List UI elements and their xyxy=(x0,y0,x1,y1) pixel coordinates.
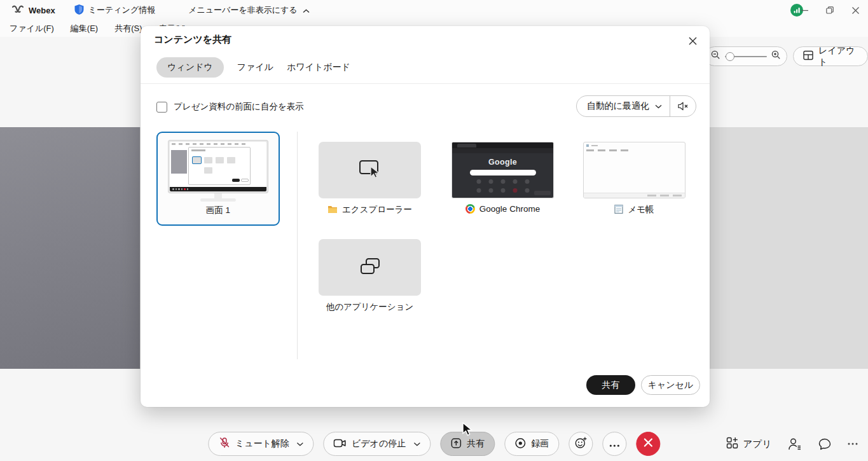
dialog-title: コンテンツを共有 xyxy=(154,34,231,46)
tab-file[interactable]: ファイル xyxy=(237,57,273,78)
optimize-control: 自動的に最適化 xyxy=(576,95,696,117)
chat-button[interactable] xyxy=(818,438,831,450)
chevron-up-icon xyxy=(303,6,310,15)
hide-menubar-toggle[interactable]: メニューバーを非表示にする xyxy=(188,4,309,16)
dialog-close-button[interactable] xyxy=(684,32,701,49)
menu-edit[interactable]: 編集(E) xyxy=(66,21,102,36)
apps-grid-icon xyxy=(726,437,738,451)
shield-icon xyxy=(74,4,84,17)
reactions-button[interactable] xyxy=(568,432,593,456)
chevron-down-icon[interactable] xyxy=(649,104,670,109)
app-title: Webex xyxy=(29,6,55,15)
layout-button[interactable]: レイアウト xyxy=(793,46,868,66)
tabs-divider xyxy=(141,83,710,84)
chrome-icon xyxy=(465,204,475,214)
apps-label: アプリ xyxy=(743,438,771,450)
dialog-share-button[interactable]: 共有 xyxy=(586,375,635,395)
meeting-info-button[interactable]: ミーティング情報 xyxy=(74,4,156,17)
more-options-button[interactable] xyxy=(602,432,626,456)
chrome-thumb-searchbar xyxy=(470,170,536,175)
notepad-label: メモ帳 xyxy=(628,204,654,216)
self-video-feed xyxy=(0,127,140,369)
webex-logo-icon xyxy=(11,4,24,17)
record-button[interactable]: 録画 xyxy=(504,432,559,456)
mic-muted-icon xyxy=(218,437,230,451)
zoom-slider-handle[interactable] xyxy=(726,52,734,61)
show-me-option[interactable]: プレゼン資料の前面に自分を表示 xyxy=(156,101,304,113)
thumbnail-screen-1[interactable]: 画面 1 xyxy=(156,132,280,226)
restore-button[interactable] xyxy=(817,0,843,20)
stacked-windows-icon xyxy=(357,255,383,280)
window-controls xyxy=(792,0,868,20)
screen-1-label: 画面 1 xyxy=(206,205,230,216)
webex-window: Webex ミーティング情報 メニューバーを非表示にする xyxy=(0,0,868,461)
chrome-label: Google Chrome xyxy=(479,204,540,214)
zoom-slider[interactable] xyxy=(725,56,767,57)
thumbnail-explorer[interactable]: エクスプローラー xyxy=(319,142,421,216)
unmute-button[interactable]: ミュート解除 xyxy=(208,432,314,456)
folder-icon xyxy=(327,205,338,216)
dialog-cancel-button[interactable]: キャンセル xyxy=(641,375,700,395)
participants-button[interactable] xyxy=(788,437,802,450)
tab-whiteboard[interactable]: ホワイトボード xyxy=(287,57,350,78)
stop-video-button[interactable]: ビデオの停止 xyxy=(324,432,431,456)
tab-window[interactable]: ウィンドウ xyxy=(156,57,224,78)
meeting-info-label: ミーティング情報 xyxy=(88,4,156,16)
video-menu-chevron[interactable] xyxy=(413,442,420,446)
more-panels-button[interactable] xyxy=(848,443,858,445)
unmute-menu-chevron[interactable] xyxy=(297,442,304,446)
smiley-plus-icon xyxy=(574,436,587,451)
share-content-dialog: コンテンツを共有 ウィンドウ ファイル ホワイトボード プレゼン資料の前面に自分… xyxy=(141,26,710,407)
zoom-out-icon[interactable] xyxy=(711,50,720,62)
menu-file[interactable]: ファイル(F) xyxy=(5,21,59,36)
dialog-tabs: ウィンドウ ファイル ホワイトボード xyxy=(156,57,350,78)
show-me-checkbox[interactable] xyxy=(156,102,167,113)
share-button[interactable]: 共有 xyxy=(440,432,495,456)
leave-meeting-button[interactable] xyxy=(636,432,660,456)
webex-brand: Webex xyxy=(11,4,55,17)
close-x-icon xyxy=(644,438,652,450)
record-icon xyxy=(514,437,526,451)
hide-menubar-label: メニューバーを非表示にする xyxy=(188,4,297,16)
unmute-label: ミュート解除 xyxy=(235,438,289,450)
share-arrow-icon xyxy=(450,437,462,451)
stage-zoom-control xyxy=(705,46,787,66)
meeting-toolbar: CC ミュート解除 ビデオの停止 xyxy=(0,426,868,461)
share-label: 共有 xyxy=(467,438,485,450)
stop-video-label: ビデオの停止 xyxy=(352,438,406,450)
show-me-label: プレゼン資料の前面に自分を表示 xyxy=(174,101,304,113)
camera-icon xyxy=(334,438,347,450)
ellipsis-icon xyxy=(609,438,619,450)
zoom-in-icon[interactable] xyxy=(771,50,781,62)
layout-label: レイアウト xyxy=(818,45,858,68)
close-window-button[interactable] xyxy=(843,0,868,20)
thumbnail-notepad[interactable]: メモ帳 xyxy=(583,142,685,216)
chrome-thumb-logo: Google xyxy=(452,158,553,167)
thumbnail-chrome[interactable]: Google Google Chrome xyxy=(451,142,554,214)
record-label: 録画 xyxy=(531,438,549,450)
minimize-button[interactable] xyxy=(792,0,817,20)
other-apps-label: 他のアプリケーション xyxy=(326,301,414,313)
apps-button[interactable]: アプリ xyxy=(726,437,771,451)
optimize-dropdown[interactable]: 自動的に最適化 xyxy=(577,100,649,112)
monitor-graphic xyxy=(168,140,268,193)
notepad-icon xyxy=(614,204,623,216)
monitor-stand xyxy=(214,193,222,198)
content-divider xyxy=(297,132,298,359)
speaker-muted-icon[interactable] xyxy=(670,102,696,111)
layout-grid-icon xyxy=(803,50,813,62)
explorer-label: エクスプローラー xyxy=(342,204,412,216)
thumbnail-other-apps[interactable]: 他のアプリケーション xyxy=(319,239,421,313)
window-cursor-icon xyxy=(357,158,383,182)
titlebar: Webex ミーティング情報 メニューバーを非表示にする xyxy=(0,0,868,20)
